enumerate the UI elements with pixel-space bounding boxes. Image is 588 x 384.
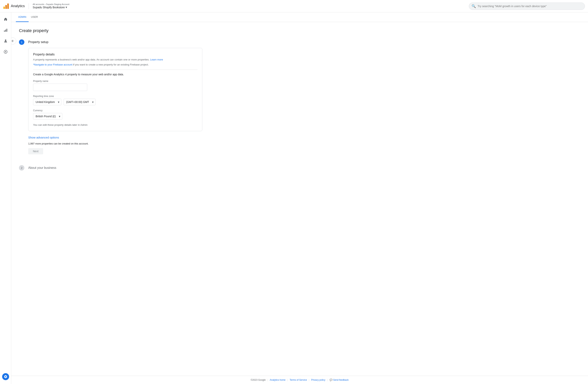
sidebar-item-audiences[interactable] xyxy=(1,36,10,46)
footer-divider-3: | xyxy=(309,379,309,381)
property-details-card: Property details A property represents a… xyxy=(28,48,202,131)
footer-divider-1: | xyxy=(268,379,268,381)
timezone-field-group: Reporting time zone United Kingdom ▾ xyxy=(33,95,197,105)
tab-admin[interactable]: ADMIN xyxy=(16,12,29,22)
footer: ©2023 Google | Analytics home | Terms of… xyxy=(11,376,588,384)
tab-user[interactable]: USER xyxy=(29,12,40,22)
property-name-input[interactable] xyxy=(33,84,87,91)
currency-label: Currency xyxy=(33,109,197,112)
logo-area: Analytics xyxy=(3,3,25,9)
sidebar-item-home[interactable] xyxy=(1,15,10,24)
ga4-description: Create a Google Analytics 4 property to … xyxy=(33,73,197,76)
svg-rect-3 xyxy=(4,31,5,32)
step-2-container: 2 About your business xyxy=(19,165,580,171)
timezone-selects-row: United Kingdom ▾ (GMT+00:00) GMT ▾ xyxy=(33,99,197,105)
svg-point-8 xyxy=(5,51,6,52)
feedback-icon: 💬 xyxy=(330,379,333,381)
sidebar-item-reports[interactable] xyxy=(1,25,10,35)
send-feedback-link[interactable]: Send feedback xyxy=(333,379,349,381)
home-icon xyxy=(3,17,8,21)
show-advanced-options-link[interactable]: Show advanced options xyxy=(28,136,59,139)
card-title: Property details xyxy=(33,53,197,56)
header-divider xyxy=(29,3,29,9)
card-desc: A property represents a business's web a… xyxy=(33,58,197,62)
sidebar-bottom xyxy=(2,372,9,382)
footer-divider-2: | xyxy=(287,379,288,381)
step-1-container: 1 Property setup Property details A prop… xyxy=(19,39,580,160)
analytics-home-link[interactable]: Analytics home xyxy=(270,379,286,381)
app-title: Analytics xyxy=(11,4,25,8)
terms-link[interactable]: Terms of Service xyxy=(290,379,307,381)
gear-icon xyxy=(4,375,8,379)
currency-select-wrap: British Pound (£) ▾ xyxy=(33,113,62,119)
circle-dot-icon xyxy=(3,50,8,54)
account-name-dropdown[interactable]: Supadu Shopify Bookstore ▾ xyxy=(33,5,69,9)
person-icon xyxy=(3,39,8,43)
page-title: Create property xyxy=(19,28,580,33)
search-input[interactable] xyxy=(469,2,585,10)
timezone-country-wrap: United Kingdom ▾ xyxy=(33,99,61,105)
step-1-left: 1 xyxy=(19,39,24,160)
svg-rect-4 xyxy=(5,30,6,32)
firebase-link-desc: *Navigate to your Firebase account if yo… xyxy=(33,63,197,67)
timezone-label: Reporting time zone xyxy=(33,95,197,97)
svg-rect-1 xyxy=(5,5,7,9)
timezone-value-select[interactable]: (GMT+00:00) GMT xyxy=(64,99,96,105)
svg-rect-5 xyxy=(6,29,7,32)
dropdown-arrow-icon: ▾ xyxy=(65,5,67,9)
sidebar xyxy=(0,12,11,384)
bar-chart-icon xyxy=(3,28,8,32)
step-1-number: 1 xyxy=(19,39,24,45)
step-2-content: About your business xyxy=(28,165,580,171)
privacy-link[interactable]: Privacy policy xyxy=(311,379,325,381)
card-divider xyxy=(33,70,197,70)
search-icon: 🔍 xyxy=(472,4,476,8)
svg-rect-2 xyxy=(7,3,9,9)
account-info: All accounts › Supadu Staging Account Su… xyxy=(33,3,69,9)
account-breadcrumb: All accounts › Supadu Staging Account xyxy=(33,3,69,5)
content-area: ADMIN USER Create property 1 Property se… xyxy=(11,12,588,384)
firebase-link[interactable]: *Navigate to your Firebase account xyxy=(33,63,72,66)
properties-info: 1,997 more properties can be created on … xyxy=(28,142,580,145)
sidebar-item-advertising[interactable] xyxy=(1,47,10,57)
tabs-bar: ADMIN USER xyxy=(11,12,588,22)
currency-field-group: Currency British Pound (£) ▾ xyxy=(33,109,197,119)
step-2-number: 2 xyxy=(19,165,24,171)
step-2-left: 2 xyxy=(19,165,24,171)
timezone-value-wrap: (GMT+00:00) GMT ▾ xyxy=(64,99,96,105)
analytics-logo-icon xyxy=(3,3,9,9)
top-header: Analytics All accounts › Supadu Staging … xyxy=(0,0,588,12)
currency-select[interactable]: British Pound (£) xyxy=(33,113,62,119)
learn-more-link[interactable]: Learn more xyxy=(150,58,163,61)
timezone-country-select[interactable]: United Kingdom xyxy=(33,99,61,105)
step-2-title: About your business xyxy=(28,165,580,171)
property-name-field-group: Property name xyxy=(33,80,197,91)
step-1-title: Property setup xyxy=(28,39,580,45)
svg-rect-0 xyxy=(3,7,5,9)
back-arrow-icon xyxy=(11,39,15,43)
search-bar: 🔍 xyxy=(469,2,585,10)
step-1-content: Property setup Property details A proper… xyxy=(28,39,580,160)
footer-copyright: ©2023 Google xyxy=(251,379,266,381)
main-layout: ADMIN USER Create property 1 Property se… xyxy=(0,12,588,384)
property-name-label: Property name xyxy=(33,80,197,82)
page-content: Create property 1 Property setup Propert… xyxy=(11,22,588,376)
footer-divider-4: | xyxy=(327,379,328,381)
edit-note: You can edit these property details late… xyxy=(33,123,197,126)
next-button[interactable]: Next xyxy=(28,148,43,154)
svg-point-6 xyxy=(5,39,6,41)
back-button[interactable] xyxy=(11,38,16,44)
settings-button[interactable] xyxy=(2,373,9,380)
